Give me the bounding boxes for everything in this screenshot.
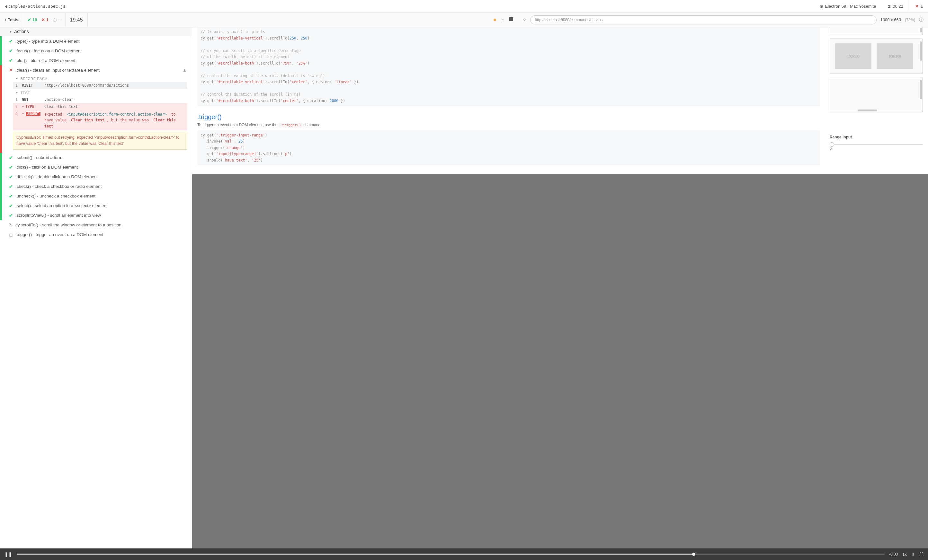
test-row-clear[interactable]: ✕.clear() - clears an input or textarea … [0, 65, 192, 75]
stat-passed: ✔ 10 [27, 17, 37, 22]
test-row-blur[interactable]: ✔.blur() - blur off a DOM element [0, 56, 192, 65]
range-input[interactable] [830, 144, 923, 145]
info-icon[interactable]: ⓘ [919, 17, 923, 23]
test-row-click[interactable]: ✔.click() - click on a DOM element [0, 163, 192, 172]
run-duration: 19.45 [66, 13, 88, 27]
scroll-box-both[interactable] [830, 77, 923, 113]
status-dot [493, 17, 496, 22]
browser-label: Electron 59 [825, 4, 846, 9]
check-icon: ✔ [9, 174, 13, 180]
expanded-test: ▼BEFORE EACH 1 VISIT http://localhost:80… [0, 75, 192, 153]
cmd-assert[interactable]: 3 -ASSERT expected <input#description.fo… [13, 110, 187, 130]
browser-info[interactable]: ◉ Electron 59 Mac Yosemite [820, 0, 876, 13]
check-icon: ✔ [9, 48, 13, 53]
command-log[interactable]: ▼ Actions ✔.type() - type into a DOM ele… [0, 27, 192, 548]
chevron-left-icon: ‹ [5, 17, 6, 22]
main-split: ▼ Actions ✔.type() - type into a DOM ele… [0, 27, 928, 548]
placeholder-img: 100x100 [876, 43, 913, 69]
scroll-box-top[interactable] [830, 27, 923, 35]
fail-seg: ✕ 1 [909, 0, 923, 13]
check-icon: ✔ [9, 38, 13, 44]
aut-iframe[interactable]: // (x axis, y axis) in pixels cy.get('#s… [192, 27, 928, 174]
run-controls: ↕ [489, 13, 517, 27]
header-right: ◉ Electron 59 Mac Yosemite ⧗ 00:22 ✕ 1 [815, 0, 928, 13]
test-row-dblclick[interactable]: ✔.dblclick() - double click on a DOM ele… [0, 172, 192, 182]
viewport-size: 1000 x 660 [881, 17, 901, 22]
test-row-select[interactable]: ✔.select() - select an option in a <sele… [0, 201, 192, 211]
header-bar: examples/actions.spec.js ◉ Electron 59 M… [0, 0, 928, 13]
speed-button[interactable]: 1x [902, 552, 907, 557]
range-value: 0 [830, 146, 923, 150]
stop-button[interactable] [509, 17, 513, 22]
browser-icon: ◉ [820, 4, 823, 9]
tests-back-button[interactable]: ‹ Tests [0, 13, 23, 27]
aut-pane: // (x axis, y axis) in pixels cy.get('#s… [192, 27, 928, 548]
test-section-label: ▼TEST [13, 89, 187, 96]
duration-value: 00:22 [893, 4, 903, 9]
spec-path: examples/actions.spec.js [0, 4, 815, 9]
placeholder-img: 100x100 [835, 43, 872, 69]
aut-url: http://localhost:8080/commands/actions [535, 18, 603, 22]
aut-background [192, 174, 928, 548]
aut-header: ✧ http://localhost:8080/commands/actions… [517, 13, 928, 27]
download-icon[interactable]: ⬇ [911, 552, 915, 557]
pending-icon: ◻ [9, 232, 13, 237]
progress-bar[interactable] [17, 554, 885, 555]
fullscreen-icon[interactable]: ⛶ [919, 552, 923, 557]
duration-seg: ⧗ 00:22 [882, 0, 903, 13]
trigger-desc: To trigger an event on a DOM element, us… [197, 123, 820, 127]
test-row-focus[interactable]: ✔.focus() - focus on a DOM element [0, 46, 192, 56]
test-row-type[interactable]: ✔.type() - type into a DOM element [0, 36, 192, 46]
stat-pending: ◌ -- [53, 17, 60, 22]
resize-toggle-icon[interactable]: ↕ [502, 17, 504, 22]
suite-name: Actions [14, 29, 29, 34]
tests-label: Tests [8, 17, 18, 22]
caret-down-icon: ▼ [9, 30, 12, 33]
test-row-trigger[interactable]: ◻.trigger() - trigger an event on a DOM … [0, 230, 192, 239]
test-row-scrollto[interactable]: ↻cy.scrollTo() - scroll the window or el… [0, 220, 192, 230]
viewport-pct: (73%) [905, 18, 915, 22]
cmd-type[interactable]: 2 -TYPE Clear this text [13, 103, 187, 110]
check-icon: ✔ [9, 203, 13, 208]
os-label: Mac Yosemite [850, 4, 876, 9]
check-icon: ✔ [9, 184, 13, 189]
aut-url-input[interactable]: http://localhost:8080/commands/actions [530, 15, 876, 24]
cmd-get[interactable]: 1 GET .action-clear [13, 96, 187, 103]
test-row-check[interactable]: ✔.check() - check a checkbox or radio el… [0, 182, 192, 192]
time-remaining: -0:03 [889, 552, 898, 557]
retry-icon: ↻ [9, 222, 13, 228]
selector-playground-icon[interactable]: ✧ [522, 17, 527, 23]
code-trigger: cy.get('.trigger-input-range') .invoke('… [197, 130, 820, 166]
check-icon: ✔ [9, 213, 13, 218]
test-row-uncheck[interactable]: ✔.uncheck() - uncheck a checkbox element [0, 192, 192, 201]
pause-button[interactable]: ❚❚ [5, 552, 12, 557]
before-each-label: ▼BEFORE EACH [13, 75, 187, 82]
error-message: CypressError: Timed out retrying: expect… [13, 132, 187, 150]
progress-thumb[interactable] [692, 552, 695, 556]
scroll-box-squares[interactable]: 100x100 100x100 [830, 38, 923, 74]
x-icon: ✕ [915, 4, 919, 9]
code-scrollto: // (x axis, y axis) in pixels cy.get('#s… [197, 27, 820, 106]
check-icon: ✔ [9, 193, 13, 199]
suite-row[interactable]: ▼ Actions [0, 27, 192, 36]
check-icon: ✔ [9, 58, 13, 63]
check-icon: ✔ [9, 165, 13, 170]
test-stats: ✔ 10 ✕ 1 ◌ -- [23, 13, 65, 27]
trigger-heading: .trigger() [197, 113, 820, 121]
x-icon: ✕ [9, 67, 13, 73]
warning-icon: ▲ [183, 68, 187, 73]
fail-count: 1 [920, 4, 923, 9]
test-row-submit[interactable]: ✔.submit() - submit a form [0, 153, 192, 163]
check-icon: ✔ [9, 155, 13, 160]
video-controls: ❚❚ -0:03 1x ⬇ ⛶ [0, 548, 928, 560]
toolbar: ‹ Tests ✔ 10 ✕ 1 ◌ -- 19.45 ↕ ✧ http://l… [0, 13, 928, 27]
hourglass-icon: ⧗ [888, 4, 891, 9]
test-row-scrollintoview[interactable]: ✔.scrollIntoView() - scroll an element i… [0, 211, 192, 220]
stat-failed: ✕ 1 [41, 17, 49, 22]
cmd-visit[interactable]: 1 VISIT http://localhost:8080/commands/a… [13, 82, 187, 89]
range-label: Range Input [830, 135, 923, 139]
